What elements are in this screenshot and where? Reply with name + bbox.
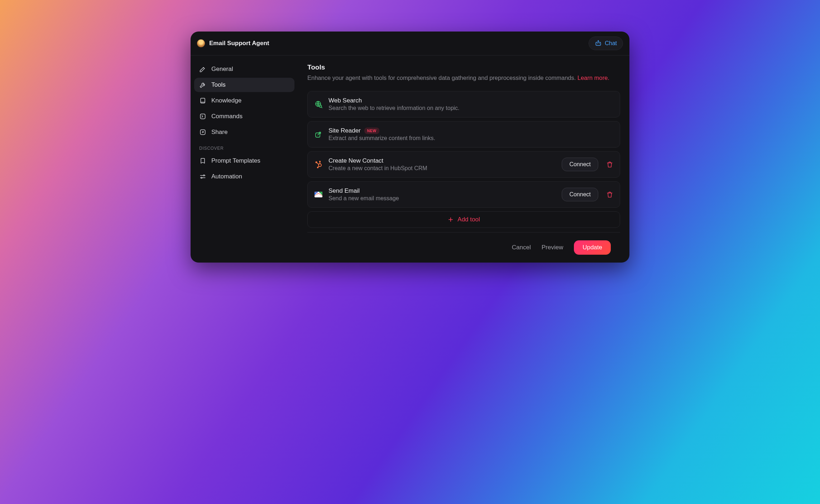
agent-avatar-icon — [197, 39, 205, 47]
svg-point-14 — [320, 161, 321, 162]
body: General Tools Knowledge Commands Share D… — [191, 56, 629, 263]
new-badge: NEW — [364, 128, 379, 134]
titlebar: Email Support Agent Chat — [191, 32, 629, 56]
footer: Cancel Preview Update — [307, 232, 620, 263]
chat-button-label: Chat — [605, 40, 617, 47]
wrench-icon — [199, 81, 206, 88]
add-tool-label: Add tool — [457, 216, 480, 223]
svg-point-8 — [201, 177, 202, 178]
robot-icon — [595, 40, 602, 47]
page-subtitle-text: Enhance your agent with tools for compre… — [307, 75, 577, 81]
sidebar-item-label: Knowledge — [211, 97, 241, 104]
connect-button[interactable]: Connect — [562, 188, 598, 201]
tool-info: Create New ContactCreate a new contact i… — [329, 157, 556, 172]
pencil-icon — [199, 66, 206, 73]
tool-description: Create a new contact in HubSpot CRM — [329, 165, 556, 172]
delete-tool-button[interactable] — [606, 161, 613, 168]
hubspot-icon — [314, 160, 323, 169]
external-icon — [314, 130, 323, 139]
sidebar-section-discover: DISCOVER — [194, 141, 294, 154]
svg-point-1 — [597, 43, 598, 44]
bookmark-icon — [199, 157, 206, 164]
tool-card[interactable]: Web SearchSearch the web to retrieve inf… — [307, 91, 620, 117]
tool-card[interactable]: Site ReaderNEWExtract and summarize cont… — [307, 121, 620, 148]
svg-point-7 — [203, 175, 205, 176]
preview-button[interactable]: Preview — [542, 244, 563, 251]
sidebar-item-automation[interactable]: Automation — [194, 169, 294, 184]
update-button[interactable]: Update — [574, 240, 611, 255]
sidebar-item-label: General — [211, 66, 233, 73]
svg-point-3 — [598, 40, 599, 41]
sidebar-item-label: Automation — [211, 173, 242, 180]
tool-info: Web SearchSearch the web to retrieve inf… — [329, 97, 613, 111]
add-tool-button[interactable]: Add tool — [307, 211, 620, 228]
page-subtitle: Enhance your agent with tools for compre… — [307, 73, 620, 82]
gmail-icon — [314, 190, 323, 199]
chat-button[interactable]: Chat — [589, 37, 623, 50]
sidebar-item-tools[interactable]: Tools — [194, 78, 294, 92]
tool-description: Send a new email message — [329, 195, 556, 202]
tool-list: Web SearchSearch the web to retrieve inf… — [307, 91, 620, 208]
tool-info: Send EmailSend a new email message — [329, 187, 556, 202]
sidebar-item-commands[interactable]: Commands — [194, 109, 294, 124]
tool-title: Web Search — [329, 97, 362, 104]
plus-icon — [447, 216, 454, 223]
tool-title: Send Email — [329, 187, 360, 195]
sidebar-item-label: Commands — [211, 113, 243, 120]
sidebar-item-general[interactable]: General — [194, 62, 294, 76]
tool-title: Create New Contact — [329, 157, 383, 164]
book-icon — [199, 97, 206, 104]
sidebar-item-share[interactable]: Share — [194, 125, 294, 139]
titlebar-left: Email Support Agent — [197, 39, 269, 47]
tool-card[interactable]: Send EmailSend a new email messageConnec… — [307, 181, 620, 208]
sidebar: General Tools Knowledge Commands Share D… — [191, 56, 298, 263]
main-panel: Tools Enhance your agent with tools for … — [298, 56, 629, 263]
svg-point-15 — [317, 167, 318, 168]
page-title: Tools — [307, 63, 620, 71]
sidebar-item-prompt-templates[interactable]: Prompt Templates — [194, 154, 294, 168]
share-icon — [199, 129, 206, 136]
settings-window: Email Support Agent Chat General Tools — [191, 32, 629, 263]
sidebar-item-label: Tools — [211, 81, 226, 88]
sidebar-item-label: Prompt Templates — [211, 157, 260, 164]
tool-description: Search the web to retrieve information o… — [329, 105, 613, 111]
svg-point-2 — [599, 43, 600, 44]
sliders-icon — [199, 173, 206, 180]
learn-more-link[interactable]: Learn more. — [577, 75, 609, 81]
cancel-button[interactable]: Cancel — [512, 244, 531, 251]
sidebar-item-knowledge[interactable]: Knowledge — [194, 93, 294, 108]
terminal-icon — [199, 113, 206, 120]
tool-card[interactable]: Create New ContactCreate a new contact i… — [307, 151, 620, 178]
delete-tool-button[interactable] — [606, 191, 613, 198]
tool-description: Extract and summarize content from links… — [329, 135, 613, 141]
globe-icon — [314, 100, 323, 109]
sidebar-item-label: Share — [211, 129, 227, 136]
connect-button[interactable]: Connect — [562, 158, 598, 171]
tool-info: Site ReaderNEWExtract and summarize cont… — [329, 127, 613, 141]
tool-title: Site Reader — [329, 127, 361, 134]
svg-rect-0 — [596, 42, 601, 45]
agent-title: Email Support Agent — [209, 40, 269, 47]
